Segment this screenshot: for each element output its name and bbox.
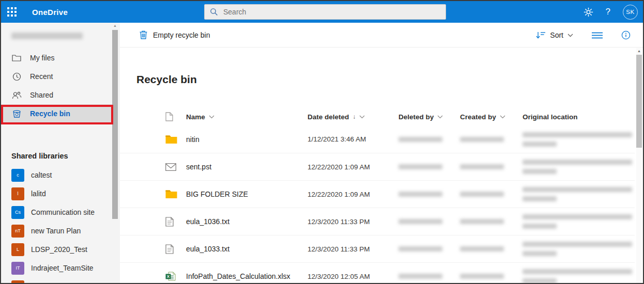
- settings-gear-icon[interactable]: [584, 7, 593, 17]
- date-deleted: 12/3/2020 11:33 PM: [308, 245, 398, 253]
- sidebar-library-tlsoft-[interactable]: T TLSOFT!: [1, 277, 113, 283]
- command-bar: Empty recycle bin So: [120, 23, 643, 48]
- sidebar-library-lalitd[interactable]: l lalitd: [1, 184, 113, 203]
- redacted-created-by: [460, 246, 504, 251]
- redacted-created-by: [460, 274, 504, 279]
- sidebar-item-shared[interactable]: Shared: [1, 86, 113, 104]
- redacted-original-location: [523, 242, 635, 256]
- sidebar-library-caltest[interactable]: c caltest: [1, 166, 113, 184]
- file-name[interactable]: eula_1036.txt: [186, 217, 308, 226]
- site-name: new Tarun Plan: [31, 227, 81, 235]
- scrollbar-thumb[interactable]: [112, 30, 118, 219]
- site-name: TLSOFT!: [31, 282, 61, 283]
- sidebar-item-recent[interactable]: Recent: [1, 67, 113, 86]
- page-title: Recycle bin: [136, 73, 197, 86]
- avatar[interactable]: SK: [623, 5, 638, 20]
- shared-libraries-heading: Shared libraries: [11, 152, 68, 160]
- search-box[interactable]: [204, 4, 446, 20]
- sort-button[interactable]: Sort: [536, 31, 573, 39]
- redacted-original-location: [523, 269, 635, 283]
- chevron-down-icon: [500, 115, 505, 119]
- redacted-deleted-by: [398, 192, 442, 197]
- sidebar-library-new-tarun-plan[interactable]: nT new Tarun Plan: [1, 222, 113, 240]
- sort-descending-arrow-icon: ↓: [352, 113, 356, 120]
- site-name: caltest: [31, 171, 52, 179]
- app-title: OneDrive: [32, 8, 68, 17]
- site-name: lalitd: [31, 190, 46, 198]
- excel-file-icon: X: [165, 272, 186, 281]
- sidebar-library-ldsp-2020-test[interactable]: L LDSP_2020_Test: [1, 240, 113, 259]
- sidebar-scrollbar[interactable]: ▲: [112, 23, 118, 283]
- sort-icon: [536, 31, 546, 39]
- redacted-created-by: [460, 192, 504, 197]
- command-bar-right: Sort: [536, 23, 631, 48]
- redacted-created-by: [460, 137, 504, 142]
- clock-icon: [12, 72, 21, 81]
- sidebar: My files Recent Shared Recycle bin Share…: [1, 23, 120, 283]
- table-row[interactable]: sent.pst 12/22/2020 1:09 AM: [120, 153, 635, 180]
- date-deleted: 12/22/2020 1:09 AM: [308, 191, 398, 198]
- site-tile-icon: L: [11, 243, 24, 256]
- column-header-date-deleted[interactable]: Date deleted ↓: [308, 113, 398, 121]
- file-name[interactable]: eula_1033.txt: [186, 245, 308, 253]
- help-icon[interactable]: ?: [606, 7, 610, 17]
- recycle-bin-icon: [12, 109, 21, 118]
- site-tile-icon: T: [11, 280, 24, 283]
- onedrive-window: OneDrive: [0, 0, 644, 284]
- chevron-down-icon: [568, 34, 573, 37]
- redacted-deleted-by: [398, 164, 442, 169]
- table-row[interactable]: eula_1033.txt 12/3/2020 11:33 PM: [120, 235, 635, 262]
- chevron-down-icon: [359, 115, 365, 119]
- search-input[interactable]: [223, 8, 440, 16]
- site-tile-icon: nT: [11, 225, 24, 238]
- top-app-bar: OneDrive: [1, 1, 643, 23]
- file-type-column-icon[interactable]: [165, 112, 186, 121]
- redacted-deleted-by: [398, 274, 442, 279]
- date-deleted: 12/22/2020 1:09 AM: [308, 163, 398, 171]
- sidebar-library-indrajeet-teamsite[interactable]: IT Indrajeet_TeamSite: [1, 259, 113, 277]
- table-row[interactable]: X InfoPath_Dates_Calculation.xlsx 12/3/2…: [120, 262, 635, 283]
- table-row[interactable]: nitin 1/12/2021 3:46 AM: [120, 125, 635, 153]
- search-icon: [210, 8, 218, 16]
- redacted-user-name: [11, 33, 83, 39]
- folder-file-icon: [165, 190, 186, 199]
- scroll-up-arrow-icon[interactable]: ▲: [112, 24, 118, 27]
- table-body: nitin 1/12/2021 3:46 AM sent.pst 12/22/2…: [120, 125, 635, 283]
- column-header-name[interactable]: Name: [186, 113, 308, 121]
- redacted-created-by: [460, 164, 504, 169]
- info-icon[interactable]: [621, 30, 631, 40]
- sidebar-library-communication-site[interactable]: Cs Communication site: [1, 203, 113, 222]
- redacted-deleted-by: [398, 137, 442, 142]
- empty-recycle-bin-button[interactable]: Empty recycle bin: [140, 30, 210, 39]
- column-header-deleted-by[interactable]: Deleted by: [398, 113, 460, 121]
- app-launcher-waffle-icon[interactable]: [1, 1, 23, 23]
- scrollbar-thumb[interactable]: [636, 55, 642, 148]
- file-name[interactable]: sent.pst: [186, 163, 308, 171]
- file-name[interactable]: BIG FOLDER SIZE: [186, 190, 308, 198]
- file-name[interactable]: nitin: [186, 135, 308, 144]
- redacted-original-location: [523, 132, 635, 147]
- sidebar-item-my-files[interactable]: My files: [1, 49, 113, 67]
- column-header-original-location[interactable]: Original location: [523, 113, 635, 121]
- scroll-up-arrow-icon[interactable]: ▲: [636, 49, 642, 53]
- trash-icon: [140, 30, 147, 39]
- table-row[interactable]: eula_1036.txt 12/3/2020 11:33 PM: [120, 208, 635, 235]
- date-deleted: 12/3/2020 11:33 PM: [308, 218, 398, 226]
- redacted-original-location: [523, 187, 635, 201]
- redacted-deleted-by: [398, 219, 442, 224]
- file-name[interactable]: InfoPath_Dates_Calculation.xlsx: [186, 272, 308, 280]
- shared-libraries-list: c caltest l lalitd Cs Communication site…: [1, 166, 113, 283]
- column-header-created-by[interactable]: Created by: [460, 113, 523, 121]
- site-tile-icon: c: [11, 169, 24, 182]
- site-tile-icon: l: [11, 187, 24, 200]
- main-scrollbar[interactable]: ▲: [636, 48, 642, 283]
- folder-icon: [12, 53, 21, 62]
- sidebar-item-recycle-bin[interactable]: Recycle bin: [1, 104, 113, 123]
- people-icon: [12, 90, 21, 100]
- table-row[interactable]: BIG FOLDER SIZE 12/22/2020 1:09 AM: [120, 180, 635, 208]
- site-name: LDSP_2020_Test: [31, 245, 87, 254]
- date-deleted: 1/12/2021 3:46 AM: [308, 135, 398, 143]
- view-options-icon[interactable]: [592, 32, 603, 39]
- site-name: Communication site: [31, 208, 95, 216]
- date-deleted: 12/3/2020 12:05 AM: [308, 273, 398, 280]
